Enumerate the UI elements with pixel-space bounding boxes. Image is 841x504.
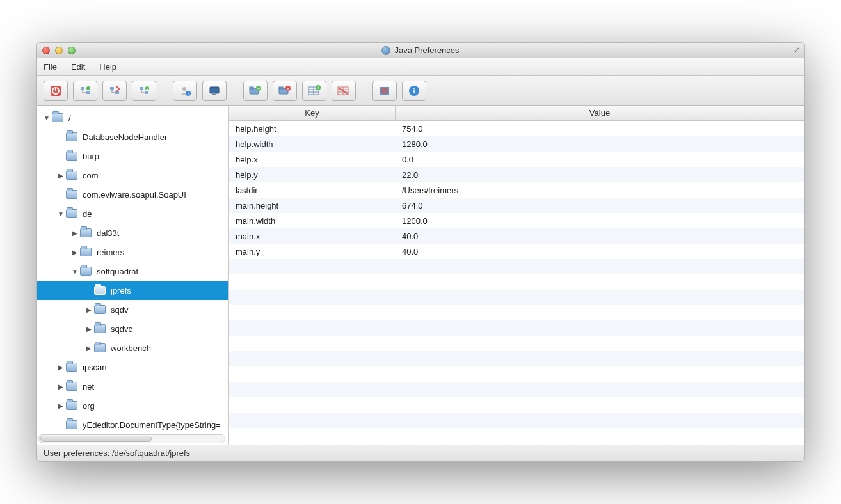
table-row[interactable]: main.y40.0 <box>229 244 804 259</box>
table-row[interactable]: main.height674.0 <box>229 198 804 213</box>
traffic-lights <box>42 47 76 54</box>
table-row-empty[interactable] <box>229 413 804 428</box>
tree-node-softquadrat[interactable]: ▼softquadrat <box>37 262 228 281</box>
tree-node-de[interactable]: ▼de <box>37 204 228 223</box>
caret-down-icon[interactable]: ▼ <box>44 114 50 122</box>
minimize-window-button[interactable] <box>55 47 63 54</box>
tree-node-com[interactable]: ▶com <box>37 166 228 185</box>
tree-node-workbench[interactable]: ▶workbench <box>37 338 228 358</box>
svg-rect-9 <box>145 91 148 94</box>
tree-refresh-icon[interactable]: + <box>132 81 156 101</box>
tree-horizontal-scrollbar[interactable] <box>38 434 225 443</box>
close-window-button[interactable] <box>42 47 50 54</box>
tree-node-sqdvc[interactable]: ▶sqdvc <box>37 319 228 338</box>
caret-down-icon[interactable]: ▼ <box>58 210 64 217</box>
folder-remove-icon[interactable]: × <box>273 81 297 101</box>
table-row[interactable]: help.height754.0 <box>229 121 804 136</box>
user-info-icon[interactable]: i <box>173 81 197 101</box>
menubar: File Edit Help <box>37 58 804 76</box>
tree-node-org[interactable]: ▶org <box>37 396 228 415</box>
caret-right-icon[interactable]: ▶ <box>58 364 64 371</box>
tree-node-ipscan[interactable]: ▶ipscan <box>37 358 228 377</box>
tree-pane[interactable]: ▼/DatabaseNodeHandlerburp▶comcom.eviware… <box>37 106 229 445</box>
cell-key: main.y <box>229 247 396 256</box>
table-row-empty[interactable] <box>229 259 804 274</box>
table-row-empty[interactable] <box>229 351 804 366</box>
cell-key: help.width <box>229 139 396 149</box>
caret-right-icon[interactable]: ▶ <box>58 402 64 409</box>
resize-icon[interactable]: ⤢ <box>794 45 800 54</box>
caret-right-icon[interactable]: ▶ <box>72 230 78 237</box>
svg-rect-8 <box>140 87 143 90</box>
table-row-empty[interactable] <box>229 382 804 397</box>
info-icon[interactable]: i <box>402 81 426 101</box>
table-row[interactable]: main.width1200.0 <box>229 213 804 228</box>
tree-node-sqdv[interactable]: ▶sqdv <box>37 300 228 319</box>
table-remove-icon[interactable] <box>332 81 356 101</box>
table-row-empty[interactable] <box>229 305 804 320</box>
folder-add-icon[interactable]: + <box>243 81 268 101</box>
menu-help[interactable]: Help <box>99 62 116 72</box>
menu-file[interactable]: File <box>44 62 57 72</box>
table-row-empty[interactable] <box>229 366 804 382</box>
table-body[interactable]: help.height754.0help.width1280.0help.x0.… <box>229 121 804 445</box>
tree-node-databasenodehandler[interactable]: DatabaseNodeHandler <box>37 127 228 146</box>
tree-node-label: / <box>68 113 71 123</box>
svg-rect-7 <box>115 91 119 94</box>
caret-right-icon[interactable]: ▶ <box>86 306 92 313</box>
folder-icon <box>94 324 106 333</box>
cell-value: 22.0 <box>396 170 804 180</box>
table-row[interactable]: help.x0.0 <box>229 152 804 167</box>
tree-node--[interactable]: ▼/ <box>37 108 228 127</box>
caret-right-icon[interactable]: ▶ <box>86 326 92 333</box>
svg-text:+: + <box>146 87 148 91</box>
caret-right-icon[interactable]: ▶ <box>58 383 64 390</box>
menu-edit[interactable]: Edit <box>71 62 85 72</box>
table-row-empty[interactable] <box>229 336 804 351</box>
table-row-empty[interactable] <box>229 274 804 290</box>
tree-node-burp[interactable]: burp <box>37 146 228 166</box>
preference-tree: ▼/DatabaseNodeHandlerburp▶comcom.eviware… <box>37 106 228 445</box>
table-row-empty[interactable] <box>229 428 804 443</box>
svg-rect-4 <box>86 91 90 94</box>
cell-value: 1280.0 <box>396 139 804 149</box>
target-icon[interactable] <box>372 81 397 101</box>
table-row[interactable]: help.width1280.0 <box>229 136 804 152</box>
folder-icon <box>80 248 92 256</box>
tree-add-icon[interactable] <box>73 81 97 101</box>
cell-key: main.height <box>229 201 396 210</box>
tree-node-yededitor-documenttype-typestring-[interactable]: yEdeditor.DocumentType{typeString= <box>37 415 228 434</box>
table-row-empty[interactable] <box>229 290 804 305</box>
table-row-empty[interactable] <box>229 320 804 336</box>
app-window: Java Preferences ⤢ File Edit Help + i + … <box>36 42 805 462</box>
monitor-icon[interactable] <box>202 81 227 101</box>
caret-right-icon[interactable]: ▶ <box>72 249 78 256</box>
tree-node-dal33t[interactable]: ▶dal33t <box>37 223 228 242</box>
titlebar[interactable]: Java Preferences ⤢ <box>37 43 804 58</box>
table-row[interactable]: main.x40.0 <box>229 228 804 244</box>
cell-key: lastdir <box>229 185 396 195</box>
tree-node-label: ipscan <box>83 363 107 372</box>
caret-right-icon[interactable]: ▶ <box>58 172 64 179</box>
scrollbar-thumb[interactable] <box>40 436 152 442</box>
column-header-value[interactable]: Value <box>396 106 804 120</box>
table-pane: Key Value help.height754.0help.width1280… <box>229 106 804 445</box>
caret-down-icon[interactable]: ▼ <box>72 268 78 275</box>
tree-node-label: sqdvc <box>111 324 132 334</box>
table-row[interactable]: help.y22.0 <box>229 167 804 182</box>
table-row[interactable]: lastdir/Users/treimers <box>229 182 804 198</box>
power-icon[interactable] <box>44 81 68 101</box>
caret-right-icon[interactable]: ▶ <box>86 345 92 352</box>
tree-node-jprefs[interactable]: jprefs <box>37 281 228 300</box>
tree-node-net[interactable]: ▶net <box>37 377 228 396</box>
zoom-window-button[interactable] <box>68 47 76 54</box>
table-add-icon[interactable]: + <box>302 81 326 101</box>
tree-node-com-eviware-soapui-soapui[interactable]: com.eviware.soapui.SoapUI <box>37 185 228 204</box>
cell-value: 674.0 <box>396 201 804 210</box>
column-header-key[interactable]: Key <box>229 106 396 120</box>
tree-export-icon[interactable] <box>102 81 127 101</box>
cell-value: 40.0 <box>396 247 804 256</box>
table-row-empty[interactable] <box>229 397 804 413</box>
cell-key: help.y <box>229 170 396 180</box>
tree-node-reimers[interactable]: ▶reimers <box>37 242 228 262</box>
